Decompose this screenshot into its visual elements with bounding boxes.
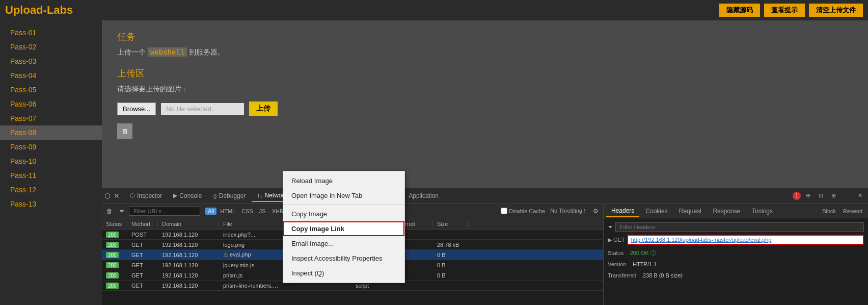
clear-requests-btn[interactable]: 🗑 xyxy=(104,207,115,216)
ctx-item-2[interactable]: Copy Image xyxy=(283,207,404,221)
throttling-selector[interactable]: No Throttling ⁝ xyxy=(550,208,586,214)
transferred-label: Transferred xyxy=(608,272,636,278)
error-badge: 1 xyxy=(793,192,801,200)
rpt-cookies[interactable]: Cookies xyxy=(640,206,672,217)
col-header-size: Size xyxy=(433,221,469,227)
ctx-item-5[interactable]: Inspect Accessibility Properties xyxy=(283,251,404,266)
cell-method: POST xyxy=(127,232,158,238)
status-value: 200 OK ⓘ xyxy=(630,250,656,256)
devtools-panel: ⬡ ✕ ⬡ Inspector ▶ Console {} Debugger ↑↓ xyxy=(102,188,868,305)
cell-domain: 192.168.1.120 xyxy=(158,262,219,268)
devtools-btn-1[interactable]: ⊕ xyxy=(803,191,813,200)
cell-domain: 192.168.1.120 xyxy=(158,242,219,248)
close-devtools-icon[interactable]: ✕ xyxy=(114,192,120,200)
cell-size: 0 B xyxy=(433,262,469,268)
network-right-panel: Headers Cookies Request Response Timings… xyxy=(603,204,868,305)
rpt-request[interactable]: Request xyxy=(674,206,707,217)
version-value: HTTP/1.1 xyxy=(633,261,657,267)
filter-all[interactable]: All xyxy=(205,208,216,215)
rpt-timings[interactable]: Timings xyxy=(746,206,778,217)
upload-button[interactable]: 上传 xyxy=(249,101,278,116)
rpt-headers[interactable]: Headers xyxy=(606,205,639,217)
ctx-item-1[interactable]: Open Image in New Tab xyxy=(283,188,404,203)
devtools-close-btn[interactable]: ✕ xyxy=(855,191,865,200)
sidebar-item-pass-04[interactable]: Pass-04 xyxy=(0,68,102,83)
sidebar-item-pass-10[interactable]: Pass-10 xyxy=(0,154,102,168)
sidebar-item-pass-06[interactable]: Pass-06 xyxy=(0,97,102,111)
content-area: 任务 上传一个 webshell 到服务器。 上传区 请选择要上传的图片： Br… xyxy=(102,20,868,305)
cell-size: 0 B xyxy=(433,272,469,278)
version-section: Version HTTP/1.1 xyxy=(608,259,864,268)
col-header-status: Status xyxy=(102,221,127,227)
cell-domain: 192.168.1.120 xyxy=(158,283,219,289)
request-method: ▶ GET xyxy=(608,237,625,243)
settings-btn[interactable]: ⚙ xyxy=(591,207,601,216)
rpt-response[interactable]: Response xyxy=(708,206,745,217)
block-btn[interactable]: Block xyxy=(819,207,839,215)
cell-domain: 192.168.1.120 xyxy=(158,272,219,278)
devtools-icons: ⬡ ✕ xyxy=(104,192,120,200)
sidebar-item-pass-01[interactable]: Pass-01 xyxy=(0,26,102,40)
ctx-item-0[interactable]: Reload Image xyxy=(283,173,404,188)
filter-toggle-btn[interactable]: ⏷ xyxy=(117,207,127,216)
cell-file: ⚠ eval.php xyxy=(219,251,285,258)
tab-console[interactable]: ▶ Console xyxy=(168,190,207,201)
filter-js[interactable]: JS xyxy=(257,208,268,215)
debugger-tab-icon: {} xyxy=(213,193,216,199)
filter-url-input[interactable] xyxy=(129,207,200,216)
sidebar-item-pass-09[interactable]: Pass-09 xyxy=(0,140,102,154)
sidebar-item-pass-05[interactable]: Pass-05 xyxy=(0,83,102,97)
devtools-more-btn[interactable]: ⋯ xyxy=(841,191,853,200)
sidebar-item-pass-07[interactable]: Pass-07 xyxy=(0,111,102,125)
cell-file: index.php?... xyxy=(219,232,285,238)
inspector-icon[interactable]: ⬡ xyxy=(104,192,111,200)
devtools-btn-3[interactable]: ⊞ xyxy=(828,191,839,200)
hide-source-button[interactable]: 隐藏源码 xyxy=(719,4,760,17)
devtools-right-controls: 1 ⊕ ⊡ ⊞ ⋯ ✕ xyxy=(793,191,865,200)
sidebar-item-pass-03[interactable]: Pass-03 xyxy=(0,54,102,68)
logo: Upload-Labs xyxy=(5,4,73,17)
browse-button[interactable]: Browse... xyxy=(117,103,156,115)
right-panel-content: ⏷ ▶ GET http://192.168.1.120/upload-labs… xyxy=(604,218,868,305)
cell-status: 200 xyxy=(102,232,127,238)
console-tab-icon: ▶ xyxy=(173,192,177,199)
view-hints-button[interactable]: 查看提示 xyxy=(764,4,805,17)
cell-method: GET xyxy=(127,272,158,278)
cell-status: 200 xyxy=(102,252,127,258)
top-bar: Upload-Labs 隐藏源码 查看提示 清空上传文件 xyxy=(0,0,868,20)
tab-debugger[interactable]: {} Debugger xyxy=(208,190,251,201)
filter-headers-input[interactable] xyxy=(615,222,864,232)
ctx-item-6[interactable]: Inspect (Q) xyxy=(283,266,404,281)
ctx-item-3[interactable]: Copy Image Link xyxy=(283,221,404,236)
filter-html[interactable]: HTML xyxy=(218,208,238,215)
tab-debugger-label: Debugger xyxy=(219,192,246,199)
tab-inspector-label: Inspector xyxy=(137,192,162,199)
disable-cache-checkbox[interactable] xyxy=(501,208,507,214)
tab-inspector[interactable]: ⬡ Inspector xyxy=(125,190,167,201)
filter-css[interactable]: CSS xyxy=(239,208,256,215)
task-code: webshell xyxy=(148,47,187,57)
cell-file: prism-line-numbers.min.js xyxy=(219,283,285,289)
network-tab-icon: ↑↓ xyxy=(257,192,262,198)
disable-cache-label: Disable Cache xyxy=(501,208,546,214)
top-buttons: 隐藏源码 查看提示 清空上传文件 xyxy=(719,4,863,17)
cell-method: GET xyxy=(127,262,158,268)
resend-btn[interactable]: Resend xyxy=(840,207,865,215)
tab-application[interactable]: Application xyxy=(403,190,444,201)
task-desc: 上传一个 webshell 到服务器。 xyxy=(117,48,853,57)
context-menu: Reload ImageOpen Image in New TabCopy Im… xyxy=(283,171,405,283)
sidebar-item-pass-12[interactable]: Pass-12 xyxy=(0,183,102,197)
task-desc-post: 到服务器。 xyxy=(189,48,225,56)
ctx-item-4[interactable]: Email Image... xyxy=(283,236,404,251)
clear-uploads-button[interactable]: 清空上传文件 xyxy=(809,4,863,17)
sidebar-item-pass-08[interactable]: Pass-08 xyxy=(0,125,102,140)
cell-size: 28.78 kB xyxy=(433,242,469,248)
sidebar-item-pass-11[interactable]: Pass-11 xyxy=(0,168,102,183)
cell-status: 200 xyxy=(102,242,127,248)
devtools-btn-2[interactable]: ⊡ xyxy=(816,191,826,200)
devtools-tab-row: ⬡ ✕ ⬡ Inspector ▶ Console {} Debugger ↑↓ xyxy=(102,188,868,204)
sidebar-item-pass-13[interactable]: Pass-13 xyxy=(0,197,102,211)
sidebar-item-pass-02[interactable]: Pass-02 xyxy=(0,40,102,54)
filter-headers-row: ⏷ xyxy=(608,222,864,232)
upload-desc: 请选择要上传的图片： xyxy=(117,85,853,94)
